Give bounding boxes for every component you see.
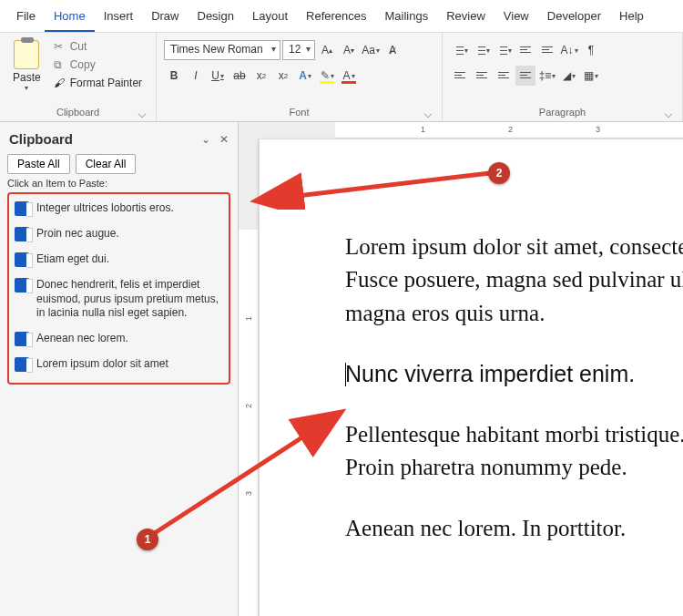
clipboard-items-list: Integer ultrices lobortis eros. Proin ne… [7,192,230,385]
pilcrow-icon: ¶ [588,44,594,56]
group-label-clipboard: Clipboard [7,105,148,121]
clipboard-icon [14,40,39,69]
menu-developer[interactable]: Developer [538,4,610,32]
word-icon [15,201,29,216]
document-area: 1 2 3 1 2 3 Lorem ipsum dolor sit amet, … [239,122,683,616]
word-icon [15,252,29,267]
vertical-ruler[interactable]: 1 2 3 [239,139,259,616]
indent-icon [542,46,553,55]
shrink-font-button[interactable]: A▾ [339,40,359,60]
clear-formatting-button[interactable]: A̷ [382,40,403,60]
menu-help[interactable]: Help [610,4,653,32]
bullets-button[interactable] [450,40,470,60]
copy-button: ⧉ Copy [50,56,146,73]
clipboard-item[interactable]: Donec hendrerit, felis et imperdiet euis… [13,272,225,326]
underline-button[interactable]: U [208,66,228,86]
shading-button[interactable]: ◢ [559,66,579,86]
strikethrough-button[interactable]: ab [229,66,250,86]
subscript-button[interactable]: x2 [251,66,271,86]
highlight-button[interactable]: ✎ [317,66,337,86]
pane-close-button[interactable]: ✕ [219,133,229,146]
menubar: File Home Insert Draw Design Layout Refe… [0,0,683,33]
superscript-button[interactable]: x2 [273,66,293,86]
increase-indent-button[interactable] [537,40,557,60]
bucket-icon: ◢ [563,69,571,82]
multilevel-icon [496,46,507,55]
close-icon: ✕ [219,133,229,146]
scissors-icon: ✂ [54,40,66,53]
chevron-down-icon: ⌄ [201,133,210,146]
brush-icon: 🖌 [54,77,66,89]
menu-review[interactable]: Review [437,4,494,32]
justify-button[interactable] [515,66,535,86]
clipboard-item[interactable]: Aenean nec lorem. [13,326,225,352]
clipboard-item[interactable]: Integer ultrices lobortis eros. [13,196,225,221]
paragraph: Aenean nec lorem. In porttitor. [345,512,683,545]
menu-references[interactable]: References [297,4,375,32]
sort-icon: A↓ [560,44,573,56]
eraser-icon: A̷ [389,44,396,56]
format-painter-button[interactable]: 🖌 Format Painter [50,75,146,91]
align-center-icon [476,71,487,80]
clipboard-launcher-icon[interactable] [138,110,146,118]
menu-file[interactable]: File [7,4,45,32]
borders-button[interactable]: ▦ [581,66,601,86]
paragraph: Proin pharetra nonummy pede. [345,451,683,484]
justify-icon [520,71,531,80]
document-page[interactable]: Lorem ipsum dolor sit amet, consectetuer… [259,139,683,616]
cut-button: ✂ Cut [50,38,146,55]
paste-all-button[interactable]: Paste All [7,154,70,174]
align-left-button[interactable] [450,66,470,86]
paste-label: Paste [13,71,41,84]
menu-mailings[interactable]: Mailings [376,4,438,32]
borders-icon: ▦ [584,69,594,82]
annotation-badge-2: 2 [488,162,510,184]
pane-menu-button[interactable]: ⌄ [201,133,210,146]
numbering-button[interactable] [472,40,492,60]
align-center-button[interactable] [472,66,492,86]
change-case-button[interactable]: Aa [361,40,381,60]
highlighter-icon: ✎ [321,69,330,82]
paragraph-launcher-icon[interactable] [665,110,672,118]
font-launcher-icon[interactable] [424,110,432,118]
paragraph: Fusce posuere, magna sed pulvinar ultric… [345,263,683,296]
bold-button[interactable]: B [164,66,184,86]
pane-title: Clipboard [9,131,73,147]
paragraph: Pellentesque habitant morbi tristique. [345,418,683,451]
align-right-icon [498,71,509,80]
align-right-button[interactable] [494,66,514,86]
paragraph: Nunc viverra imperdiet enim. [345,357,683,391]
clipboard-item[interactable]: Proin nec augue. [13,221,225,247]
grow-font-button[interactable]: A▴ [317,40,337,60]
word-icon [15,227,29,241]
text-effects-button[interactable]: A [295,66,315,86]
clipboard-item[interactable]: Etiam eget dui. [13,247,225,272]
menu-view[interactable]: View [494,4,538,32]
paste-button[interactable]: Paste ▾ [7,36,46,96]
align-left-icon [454,71,465,80]
decrease-indent-button[interactable] [515,40,535,60]
word-icon [15,357,29,372]
font-size-select[interactable]: 12 [282,40,315,60]
menu-design[interactable]: Design [189,4,243,32]
menu-draw[interactable]: Draw [142,4,188,32]
word-icon [15,278,29,293]
outdent-icon [520,46,531,55]
clipboard-item[interactable]: Lorem ipsum dolor sit amet [13,352,225,377]
pane-hint: Click an Item to Paste: [7,178,230,189]
numbering-icon [474,46,485,55]
sort-button[interactable]: A↓ [559,40,579,60]
font-family-select[interactable]: Times New Roman [164,40,280,60]
font-color-button[interactable]: A [339,66,359,86]
spacing-icon: ‡≡ [539,69,552,82]
line-spacing-button[interactable]: ‡≡ [537,66,557,86]
menu-home[interactable]: Home [45,4,95,32]
clear-all-button[interactable]: Clear All [76,154,137,174]
ribbon: Paste ▾ ✂ Cut ⧉ Copy 🖌 Format Painter Cl [0,33,683,122]
horizontal-ruler[interactable]: 1 2 3 [239,122,683,139]
menu-layout[interactable]: Layout [243,4,297,32]
show-marks-button[interactable]: ¶ [581,40,601,60]
multilevel-button[interactable] [494,40,514,60]
menu-insert[interactable]: Insert [95,4,143,32]
italic-button[interactable]: I [186,66,206,86]
